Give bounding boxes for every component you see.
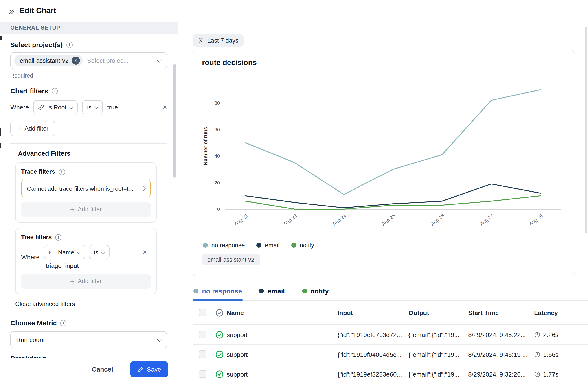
project-select-placeholder: Select projec... (87, 57, 129, 64)
cancel-button[interactable]: Cancel (82, 361, 123, 377)
header-start-time: Start Time (468, 309, 534, 316)
filter-field-dropdown[interactable]: Is Root (33, 100, 78, 114)
select-projects-label: Select project(s) (10, 41, 63, 48)
filter-operator-dropdown[interactable]: is (82, 100, 103, 114)
pencil-icon (137, 366, 143, 372)
trace-add-filter-button[interactable]: Add filter (21, 202, 151, 217)
header-input: Input (337, 309, 408, 316)
table-row[interactable]: support {"id":"1919efe7b3d72... {"email"… (192, 325, 588, 345)
selected-project-tag: email-assistant-v2 (14, 55, 83, 66)
close-advanced-filters-link[interactable]: Close advanced filters (15, 301, 75, 307)
screen-edge-artifact (0, 128, 1, 136)
series-dot-icon (256, 243, 261, 248)
status-column-icon (212, 308, 227, 317)
project-select[interactable]: email-assistant-v2 Select projec... (10, 52, 167, 69)
plus-icon (70, 206, 74, 213)
chart-filters-label-row: Chart filters (10, 87, 167, 95)
add-filter-button[interactable]: Add filter (10, 121, 55, 136)
panel-body: GENERAL SETUP Select project(s) email-as… (0, 21, 588, 381)
trace-filters-warning[interactable]: Cannot add trace filters when is_root=t.… (21, 180, 151, 197)
cell-latency: 1.77s (534, 370, 588, 378)
cell-name: support (227, 351, 337, 358)
cell-input: {"id":"1919f04004d5c... (337, 351, 408, 358)
cell-output: {"email":{"id":"19... (408, 370, 468, 378)
where-label: Where (10, 104, 29, 111)
tree-filter-row: Where Name is (21, 245, 151, 269)
row-checkbox-cell (192, 331, 212, 338)
field-icon (49, 249, 55, 255)
series-dot-icon (291, 243, 296, 248)
metric-select[interactable]: Run count (10, 331, 167, 348)
tree-filter-chips: Name is (44, 245, 138, 259)
check-circle-icon (215, 370, 224, 379)
tree-add-filter-button[interactable]: Add filter (21, 274, 151, 289)
tree-field-label: Name (58, 249, 74, 255)
edit-chart-panel: Edit Chart GENERAL SETUP Select project(… (0, 0, 588, 381)
series-dot-icon (193, 289, 198, 294)
tab-email[interactable]: email (258, 285, 286, 300)
page-title: Edit Chart (20, 6, 56, 15)
series-dot-icon (203, 243, 208, 248)
tab-notify[interactable]: notify (301, 285, 330, 300)
row-checkbox[interactable] (199, 350, 206, 358)
remove-project-icon[interactable] (72, 57, 80, 65)
filter-value: true (107, 104, 118, 111)
save-button[interactable]: Save (130, 361, 168, 377)
legend-item: no response (203, 242, 245, 249)
svg-text:Aug 22: Aug 22 (233, 213, 249, 227)
clock-icon (534, 351, 540, 358)
row-checkbox[interactable] (199, 331, 206, 338)
sidebar-footer: Cancel Save (0, 358, 177, 381)
latency-value: 1.77s (543, 370, 559, 378)
chart-config-sidebar: GENERAL SETUP Select project(s) email-as… (0, 21, 178, 381)
tree-filter-value[interactable]: triage_input (44, 262, 138, 269)
time-range-label: Last 7 days (207, 37, 238, 44)
tab-no-response[interactable]: no response (192, 285, 243, 300)
table-header-row: Name Input Output Start Time Latency (192, 301, 588, 325)
remove-tree-filter-icon[interactable] (143, 249, 151, 256)
table-row[interactable]: support {"id":"1919ef3283e60... {"email"… (192, 364, 588, 381)
svg-text:Number of runs: Number of runs (203, 127, 209, 165)
svg-text:20: 20 (214, 180, 220, 186)
sidebar-scrollbar[interactable] (173, 64, 176, 178)
general-setup-section-header: GENERAL SETUP (0, 21, 178, 34)
tree-field-dropdown[interactable]: Name (44, 245, 85, 259)
svg-text:40: 40 (214, 153, 220, 159)
legend-label: email (265, 242, 280, 249)
screen-edge-artifact (0, 143, 1, 148)
row-checkbox[interactable] (199, 370, 206, 378)
selected-project-label: email-assistant-v2 (20, 57, 69, 64)
row-status-icon (212, 350, 227, 359)
cell-latency: 1.56s (534, 351, 588, 358)
cell-latency: 2.26s (534, 331, 588, 338)
chart-card: route decisions 020406080Aug 22Aug 23Aug… (192, 50, 575, 276)
select-projects-label-row: Select project(s) (10, 41, 167, 48)
cell-output: {"email":{"id":"19... (408, 331, 468, 338)
tree-filters-label: Tree filters (21, 234, 52, 241)
tree-filters-card: Tree filters Where Name (15, 228, 157, 294)
row-status-icon (212, 330, 227, 339)
check-circle-icon (215, 308, 224, 317)
cell-output: {"email":{"id":"19... (408, 351, 468, 358)
svg-text:80: 80 (214, 100, 220, 106)
trace-filters-label: Trace filters (21, 168, 55, 175)
table-row[interactable]: support {"id":"1919f04004d5c... {"email"… (192, 345, 588, 364)
legend-item: notify (291, 242, 314, 249)
collapse-panel-icon[interactable] (9, 6, 14, 16)
series-tabs: no response email notify (192, 285, 588, 301)
select-all-checkbox[interactable] (199, 309, 206, 316)
choose-metric-section: Choose Metric Run count Breakdown (10, 319, 167, 362)
svg-text:60: 60 (214, 127, 220, 132)
tree-operator-dropdown[interactable]: is (89, 245, 110, 259)
svg-text:Aug 24: Aug 24 (332, 213, 347, 227)
time-range-button[interactable]: Last 7 days (192, 34, 244, 47)
info-icon (59, 169, 65, 175)
chart-title: route decisions (202, 58, 566, 67)
choose-metric-label-row: Choose Metric (10, 319, 167, 327)
content-scrollbar[interactable] (585, 27, 587, 233)
remove-filter-icon[interactable] (163, 104, 167, 111)
screen: Edit Chart GENERAL SETUP Select project(… (0, 0, 588, 381)
chevron-down-icon (157, 57, 162, 63)
header-checkbox-cell (192, 309, 212, 316)
svg-text:Aug 28: Aug 28 (528, 213, 544, 227)
